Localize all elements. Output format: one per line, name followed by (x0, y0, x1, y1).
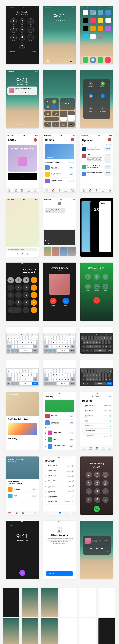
switcher-card[interactable]: Today (99, 202, 111, 252)
play-icon[interactable]: ▶ (25, 91, 26, 93)
key-r[interactable]: r (16, 336, 19, 340)
recent-row[interactable]: HendWork (2)Yesterdayⓘ (82, 418, 111, 424)
tab-apps[interactable]: ▦Apps (21, 188, 23, 192)
key-q[interactable]: q (7, 369, 10, 373)
prev-icon[interactable]: ⏮ (22, 91, 23, 93)
key-h[interactable]: h (99, 340, 101, 344)
app-health[interactable]: Health (90, 34, 96, 40)
airdrop-icon[interactable]: ◎ (89, 106, 93, 110)
key-k[interactable]: k (68, 373, 70, 377)
shift-key[interactable]: ⇧ (7, 344, 11, 348)
accept-button[interactable]: ✓ (62, 298, 69, 304)
key-z[interactable]: z (49, 344, 51, 348)
key-c[interactable]: c (18, 344, 20, 348)
key-k[interactable]: k (105, 373, 107, 377)
shutter-icon[interactable] (45, 240, 49, 244)
info-icon[interactable]: ⓘ (110, 430, 111, 432)
game-row[interactable]: Terrascape JourneyAdventureGET (45, 178, 74, 184)
update-row[interactable]: Booking.com BAutomated updating publishe… (80, 146, 113, 153)
bluetooth-icon[interactable]: ᛒ (101, 94, 105, 98)
key-h[interactable]: h (99, 373, 101, 377)
key-x[interactable]: x (89, 378, 92, 381)
dial-6[interactable]: 6MNO (102, 480, 109, 486)
app-weather[interactable]: Weather (105, 10, 111, 16)
info-icon[interactable]: ⓘ (110, 410, 111, 412)
key-j[interactable]: j (27, 373, 30, 377)
key-a[interactable]: a (46, 340, 48, 344)
music-widget[interactable]: Breakdown (Master)_VSCO6 Dear Earth ⏮ ▶ … (7, 86, 37, 95)
app-wallet[interactable]: Wallet (82, 26, 89, 32)
recent-row[interactable]: ↗CREATE NEWAACOMPACTⓘ (45, 494, 74, 499)
key-w[interactable]: w (47, 336, 50, 340)
key-b[interactable]: b (24, 378, 27, 381)
key-j[interactable]: j (102, 373, 104, 377)
key-3[interactable]: 3DEF (27, 18, 34, 24)
key-g[interactable]: g (58, 340, 61, 344)
key-d[interactable]: d (52, 340, 55, 344)
key-q[interactable]: q (81, 336, 84, 340)
tab-missed[interactable]: Missed (95, 396, 101, 398)
key-m[interactable]: m (30, 378, 33, 381)
key-o[interactable]: o (106, 369, 109, 373)
hotspot-icon[interactable]: ⊚ (101, 106, 105, 110)
globe-icon[interactable]: 🌐 (11, 349, 15, 352)
key-g[interactable]: g (21, 340, 24, 344)
key-n[interactable]: n (64, 378, 67, 381)
keypad-icon[interactable]: ⠿ (94, 274, 100, 280)
key-y[interactable]: y (60, 369, 62, 373)
profile-avatar[interactable] (34, 138, 37, 142)
app-maps[interactable]: Maps (97, 10, 104, 16)
key-o[interactable]: o (69, 336, 72, 340)
key-s[interactable]: s (49, 340, 51, 344)
update-row[interactable]: Google maps - Navigation & T...UPDATE (80, 171, 113, 177)
key-w[interactable]: w (10, 336, 13, 340)
key-x[interactable]: x (52, 378, 55, 381)
edit-button[interactable]: Edit (109, 396, 111, 397)
tab-search[interactable]: 🔍Search (34, 188, 37, 192)
key-z[interactable]: z (86, 344, 89, 348)
key-6[interactable]: 6MNO (27, 26, 34, 33)
key-e[interactable]: e (88, 336, 90, 340)
update-all-button[interactable]: Update All (106, 144, 111, 146)
key-h[interactable]: h (61, 373, 64, 377)
key-v[interactable]: v (21, 378, 24, 381)
key-v[interactable]: v (58, 378, 61, 381)
app-settings[interactable]: Settings (97, 34, 104, 40)
key-y[interactable]: y (60, 336, 62, 340)
key-a[interactable]: a (46, 373, 48, 377)
info-icon[interactable]: ⓘ (72, 485, 74, 488)
key-n[interactable]: n (27, 344, 30, 348)
key-k[interactable]: k (105, 340, 107, 344)
key-1[interactable]: 1 (10, 18, 17, 24)
key-b[interactable]: b (61, 378, 64, 381)
key-p[interactable]: p (35, 369, 38, 373)
info-icon[interactable]: ⓘ (110, 435, 111, 438)
key-n[interactable]: n (64, 344, 67, 348)
key-g[interactable]: g (95, 373, 98, 377)
info-icon[interactable]: ⓘ (72, 480, 74, 482)
orientation-lock-icon[interactable]: 🔒 (44, 111, 51, 116)
facetime-icon[interactable]: 📹 (94, 284, 100, 290)
key-l[interactable]: l (33, 340, 36, 344)
key-c[interactable]: c (18, 378, 20, 381)
profile-avatar[interactable] (108, 138, 111, 141)
key-k[interactable]: k (30, 340, 33, 344)
app-photos[interactable]: Photos (90, 10, 96, 16)
key-f[interactable]: f (92, 340, 95, 344)
camera-icon[interactable]: 📷 (69, 59, 73, 63)
key-7[interactable]: 7PQRS (10, 34, 17, 41)
key-q[interactable]: q (44, 336, 47, 340)
game-of-day[interactable]: ⚙ (8, 173, 37, 180)
key-r[interactable]: r (91, 369, 93, 373)
dial-8[interactable]: 8TUV (94, 488, 100, 494)
key-9[interactable]: 9WXYZ (27, 34, 34, 41)
key-s[interactable]: s (12, 373, 14, 377)
addcall-icon[interactable]: ＋ (85, 284, 91, 290)
info-icon[interactable]: ⓘ (72, 475, 74, 478)
info-icon[interactable]: ⓘ (72, 470, 74, 472)
tab-today[interactable]: 📅Today (8, 188, 10, 192)
key-t[interactable]: t (94, 369, 97, 373)
key-c[interactable]: c (92, 378, 95, 381)
key-e[interactable]: e (88, 369, 90, 373)
today-card[interactable]: THE DAILY LIST The Art of the Impossible (8, 145, 37, 172)
